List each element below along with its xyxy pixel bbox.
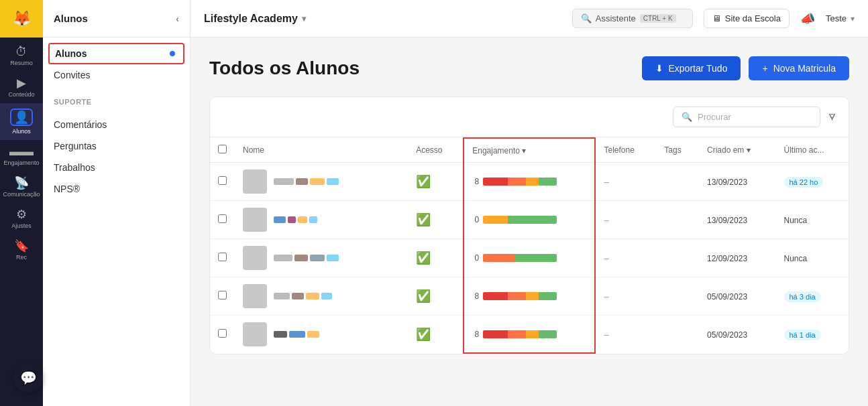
table-card: 🔍 Procurar ⛛ Nome Acesso <box>209 96 849 354</box>
brand-chevron[interactable]: ▾ <box>302 14 306 23</box>
sidebar-item-ajustes[interactable]: ⚙ Ajustes <box>0 203 43 234</box>
user-info <box>274 216 317 223</box>
last-access-chip: há 3 dia <box>784 291 821 302</box>
blurred-name <box>274 216 317 223</box>
sort-icon: ▾ <box>522 146 526 155</box>
filter-icon[interactable]: ⛛ <box>827 111 838 123</box>
logo-area[interactable]: 🦊 <box>0 0 43 38</box>
engagement-cell: 0 <box>464 239 595 277</box>
table-row[interactable]: ✅0–13/09/2023Nunca <box>210 201 849 239</box>
search-label: Assistente <box>596 13 636 23</box>
engagement-bar <box>483 216 557 224</box>
collapse-button[interactable]: ‹ <box>176 13 179 24</box>
engagement-segment <box>483 254 514 262</box>
row-checkbox[interactable] <box>218 291 227 299</box>
content-area: Todos os Alunos ⬇ Exportar Tudo + Nova M… <box>191 38 868 406</box>
left-nav-item-perguntas-label: Perguntas <box>54 141 97 151</box>
table-row[interactable]: ✅8–05/09/2023há 3 dia <box>210 277 849 316</box>
criado-em-value: 13/09/2023 <box>707 178 747 187</box>
telefone-value: – <box>604 253 608 263</box>
telefone-cell: – <box>595 163 656 201</box>
select-all-checkbox[interactable] <box>218 145 227 153</box>
left-nav-title: Alunos <box>54 13 88 24</box>
sidebar-item-conteudo-label: Conteúdo <box>8 91 34 98</box>
brand-title: Lifestyle Academy ▾ <box>204 13 306 25</box>
left-nav-item-trabalhos-label: Trabalhos <box>54 162 95 173</box>
brand-name: Lifestyle Academy <box>204 13 298 25</box>
access-cell: ✅ <box>408 201 464 239</box>
nova-matricula-button[interactable]: + Nova Matricula <box>749 56 849 80</box>
sort-criado-icon: ▾ <box>747 145 751 155</box>
left-nav-section-suporte-label: SUPORTE <box>43 91 190 109</box>
tags-cell <box>656 201 699 239</box>
blurred-name <box>274 255 339 261</box>
left-nav-item-perguntas[interactable]: Perguntas <box>43 135 190 157</box>
engagement-segment <box>508 292 527 300</box>
sidebar-item-alunos[interactable]: 👤 Alunos <box>0 103 43 140</box>
nova-label: Nova Matricula <box>773 63 836 74</box>
monitor-icon: 🖥 <box>712 13 721 23</box>
main-area: Lifestyle Academy ▾ 🔍 Assistente CTRL + … <box>191 0 868 406</box>
engagement-segment <box>539 178 557 186</box>
telefone-cell: – <box>595 201 656 239</box>
col-header-engajamento[interactable]: Engajamento ▾ <box>464 138 595 163</box>
telefone-value: – <box>604 177 608 187</box>
user-name: Teste <box>826 13 847 23</box>
engagement-bar <box>483 292 557 300</box>
header-buttons: ⬇ Exportar Tudo + Nova Matricula <box>642 56 850 80</box>
left-nav-item-nps[interactable]: NPS® <box>43 178 190 200</box>
criado-em-cell: 12/09/2023 <box>699 239 776 277</box>
blurred-name <box>274 178 339 185</box>
sidebar-item-conteudo[interactable]: ▶ Conteúdo <box>0 72 43 103</box>
engagement-bar <box>483 178 557 186</box>
access-checkmark-icon: ✅ <box>416 328 431 341</box>
site-btn-label: Site da Escola <box>725 13 781 23</box>
table-row[interactable]: ✅0–12/09/2023Nunca <box>210 239 849 277</box>
engagement-segment <box>483 292 508 300</box>
telefone-cell: – <box>595 277 656 316</box>
user-menu[interactable]: Teste ▾ <box>826 13 855 23</box>
engagement-segment <box>526 330 538 338</box>
table-row[interactable]: ✅8–13/09/2023há 22 ho <box>210 163 849 201</box>
col-header-criado-em[interactable]: Criado em ▾ <box>699 138 776 163</box>
row-checkbox[interactable] <box>218 176 227 185</box>
logo-icon: 🦊 <box>8 5 35 32</box>
sidebar-item-rec[interactable]: 🔖 Rec <box>0 234 43 266</box>
site-da-escola-button[interactable]: 🖥 Site da Escola <box>704 9 790 28</box>
sidebar-item-engajamento[interactable]: ▬▬ Engajamento <box>0 140 43 172</box>
row-checkbox[interactable] <box>218 253 227 261</box>
table-row[interactable]: ✅8–05/09/2023há 1 dia <box>210 316 849 354</box>
col-header-tags: Tags <box>656 138 699 163</box>
export-button[interactable]: ⬇ Exportar Tudo <box>642 56 741 80</box>
assistant-search[interactable]: 🔍 Assistente CTRL + K <box>572 9 693 28</box>
row-checkbox[interactable] <box>218 214 227 223</box>
row-checkbox[interactable] <box>218 329 227 338</box>
left-nav-item-comentarios[interactable]: Comentários <box>43 114 190 135</box>
left-nav-item-alunos[interactable]: Alunos <box>48 43 184 64</box>
export-label: Exportar Tudo <box>669 63 728 74</box>
engagement-segment <box>483 178 508 186</box>
sidebar-item-resumo[interactable]: ⏱ Resumo <box>0 40 43 72</box>
engagement-cell: 8 <box>464 277 595 316</box>
left-nav-item-trabalhos[interactable]: Trabalhos <box>43 157 190 178</box>
left-nav-panel: Alunos ‹ Alunos Convites SUPORTE Comentá… <box>43 0 191 406</box>
ultimo-acesso-cell: há 22 ho <box>776 163 849 201</box>
top-bar-right: 🔍 Assistente CTRL + K 🖥 Site da Escola 📣… <box>572 9 855 28</box>
left-nav-item-convites[interactable]: Convites <box>43 64 190 86</box>
user-info <box>274 255 339 261</box>
icon-nav: ⏱ Resumo ▶ Conteúdo 👤 Alunos ▬▬ Engajame… <box>0 38 43 266</box>
col-header-checkbox[interactable] <box>210 138 235 163</box>
sidebar-item-ajustes-label: Ajustes <box>11 222 32 229</box>
left-nav-item-convites-label: Convites <box>54 70 90 80</box>
active-dot <box>170 51 175 56</box>
engagement-cell: 8 <box>464 163 595 201</box>
criado-em-cell: 05/09/2023 <box>699 316 776 354</box>
sidebar-item-engajamento-label: Engajamento <box>3 159 39 166</box>
ultimo-acesso-value: Nunca <box>784 254 808 263</box>
criado-em-cell: 05/09/2023 <box>699 277 776 316</box>
notification-icon[interactable]: 📣 <box>800 11 815 26</box>
table-search-input[interactable]: 🔍 Procurar <box>673 107 820 127</box>
sidebar-item-comunicacao[interactable]: 📡 Comunicação <box>0 172 43 203</box>
criado-em-value: 12/09/2023 <box>707 254 747 263</box>
chat-button[interactable]: 💬 <box>13 363 43 393</box>
